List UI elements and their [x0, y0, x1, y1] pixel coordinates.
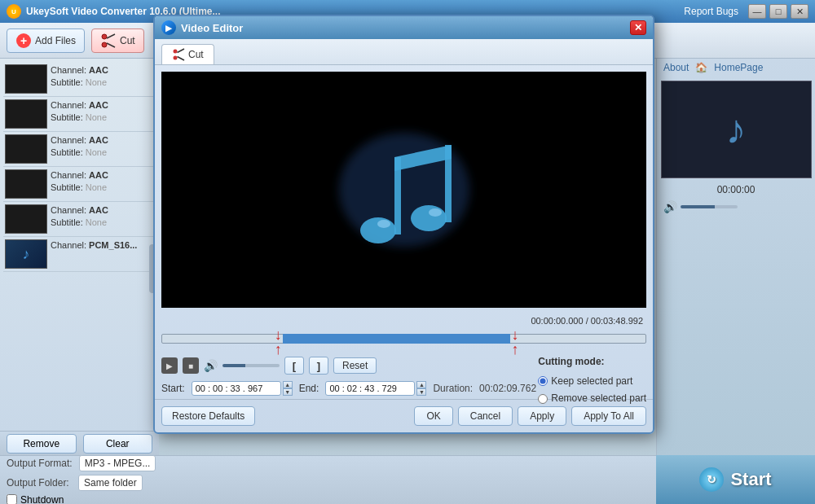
- end-time-group: ▲ ▼: [325, 381, 426, 396]
- restore-defaults-button[interactable]: Restore Defaults: [161, 406, 255, 426]
- controls-wrapper: ▶ ■ 🔊 [ ] Reset Cutting mode: Keep selec…: [155, 353, 653, 378]
- timeline-track-wrapper: ↓ ↑ ↓ ↑: [161, 327, 646, 350]
- svg-point-4: [174, 50, 178, 54]
- tab-cut[interactable]: Cut: [161, 44, 214, 64]
- handle-arrow-down-right: ↓: [511, 327, 518, 342]
- remove-label: Remove selected part: [551, 390, 646, 408]
- keep-radio-row: Keep selected part: [538, 373, 646, 391]
- dialog-title-bar: ▶ Video Editor ✕: [155, 16, 653, 39]
- dialog-title: Video Editor: [181, 22, 243, 34]
- video-preview: [161, 72, 646, 308]
- start-time-down[interactable]: ▼: [283, 388, 293, 396]
- start-label: Start:: [161, 383, 185, 394]
- dialog-action-buttons: OK Cancel Apply Apply To All: [414, 406, 646, 426]
- mark-in-button[interactable]: [: [284, 357, 304, 375]
- handle-arrow-down-left: ↓: [275, 327, 282, 342]
- svg-point-10: [411, 205, 447, 231]
- start-time-up[interactable]: ▲: [283, 381, 293, 388]
- main-app: U UkeySoft Video Converter 10.6.0 (Ultim…: [0, 0, 815, 504]
- video-editor-dialog: ▶ Video Editor ✕ Cut: [153, 15, 654, 434]
- remove-radio[interactable]: [538, 394, 548, 404]
- timeline-active-region: [283, 334, 511, 344]
- svg-point-15: [429, 208, 442, 217]
- svg-point-5: [174, 56, 178, 60]
- remove-radio-row: Remove selected part: [538, 390, 646, 408]
- cutting-mode-label: Cutting mode:: [538, 353, 646, 371]
- dialog-icon: ▶: [161, 20, 176, 35]
- cut-tab-icon: [172, 48, 185, 61]
- cutting-mode-panel: Cutting mode: Keep selected part Remove …: [538, 353, 646, 408]
- end-time-down[interactable]: ▼: [416, 388, 426, 396]
- end-time-input[interactable]: [325, 381, 415, 396]
- dialog-overlay: ▶ Video Editor ✕ Cut: [0, 0, 815, 504]
- start-time-spinner: ▲ ▼: [283, 381, 293, 396]
- music-icon-wrapper: [323, 116, 486, 263]
- svg-line-6: [178, 49, 185, 53]
- svg-line-7: [178, 57, 185, 61]
- tab-cut-label: Cut: [188, 49, 204, 60]
- dialog-tab-bar: Cut: [155, 39, 653, 65]
- playback-volume-slider[interactable]: [222, 364, 280, 367]
- apply-button[interactable]: Apply: [518, 406, 566, 426]
- reset-button[interactable]: Reset: [333, 357, 377, 374]
- dialog-title-left: ▶ Video Editor: [161, 20, 243, 35]
- volume-icon-small: 🔊: [204, 359, 218, 372]
- end-label: End:: [299, 383, 319, 394]
- timeline-handle-right[interactable]: ↓ ↑: [511, 327, 518, 357]
- duration-value: 00:02:09.762: [479, 383, 536, 394]
- end-time-spinner: ▲ ▼: [416, 381, 426, 396]
- ok-button[interactable]: OK: [414, 406, 452, 426]
- play-button[interactable]: ▶: [161, 357, 178, 374]
- timeline-time-label: 00:00:00.000 / 00:03:48.992: [161, 314, 646, 327]
- mark-out-button[interactable]: ]: [309, 357, 328, 375]
- timeline-handle-left[interactable]: ↓ ↑: [275, 327, 282, 357]
- svg-point-9: [360, 217, 396, 243]
- keep-label: Keep selected part: [551, 373, 632, 391]
- timeline-area: 00:00:00.000 / 00:03:48.992 ↓ ↑ ↓ ↑: [161, 314, 646, 350]
- start-time-input[interactable]: [192, 381, 281, 396]
- dialog-close-button[interactable]: ✕: [630, 20, 646, 35]
- duration-label: Duration:: [433, 383, 473, 394]
- end-time-up[interactable]: ▲: [416, 381, 426, 388]
- keep-radio[interactable]: [538, 376, 548, 386]
- cancel-button[interactable]: Cancel: [458, 406, 513, 426]
- apply-to-all-button[interactable]: Apply To All: [571, 406, 646, 426]
- start-time-group: ▲ ▼: [192, 381, 293, 396]
- svg-point-14: [377, 220, 390, 228]
- stop-button[interactable]: ■: [183, 357, 199, 374]
- music-note-icon: [323, 116, 486, 263]
